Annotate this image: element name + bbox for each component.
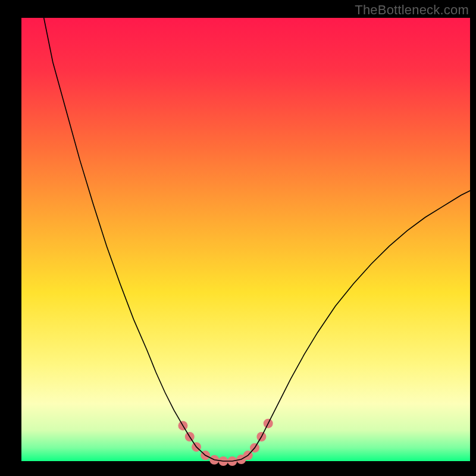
plot-background — [21, 18, 470, 461]
watermark-text: TheBottleneck.com — [355, 2, 469, 18]
chart-stage: TheBottleneck.com — [0, 0, 476, 476]
bottleneck-chart — [0, 0, 476, 476]
